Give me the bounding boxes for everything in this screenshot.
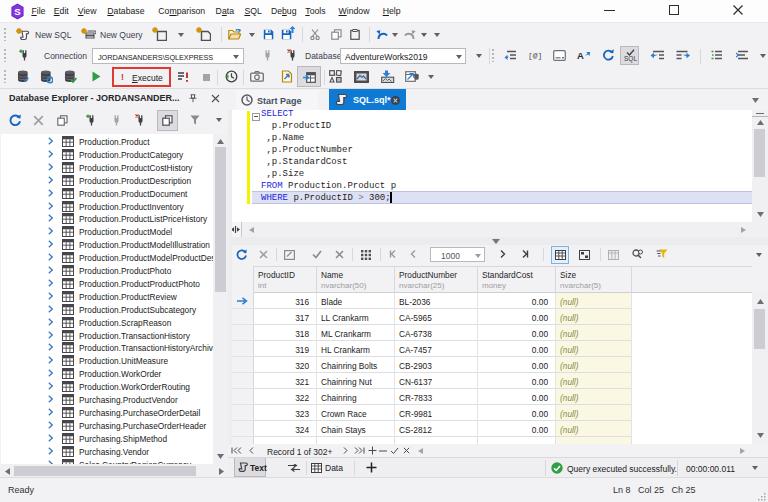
svg-text:S: S	[14, 6, 20, 17]
